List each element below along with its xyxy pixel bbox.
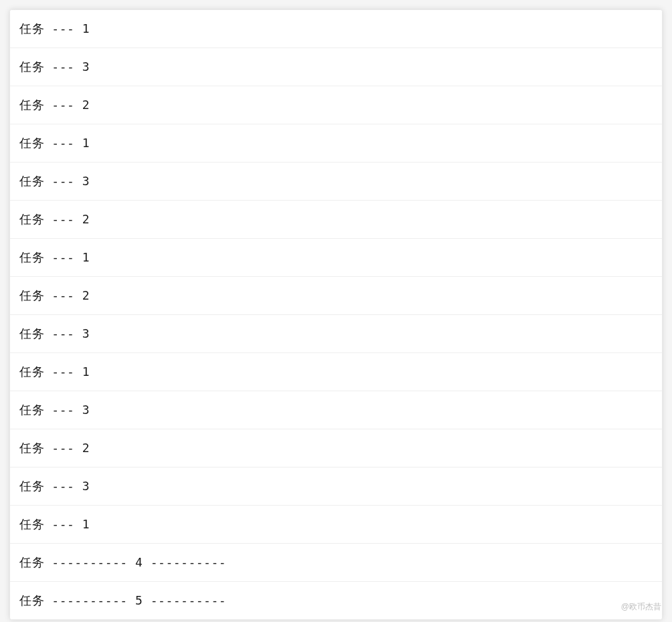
list-item[interactable]: 任务 --- 3 — [10, 468, 662, 506]
list-item[interactable]: 任务 --- 2 — [10, 86, 662, 124]
list-item[interactable]: 任务 --- 2 — [10, 429, 662, 468]
watermark: @欧币杰昔 — [621, 601, 661, 613]
list-item[interactable]: 任务 --- 3 — [10, 315, 662, 353]
list-item[interactable]: 任务 --- 2 — [10, 201, 662, 239]
list-item[interactable]: 任务 --- 3 — [10, 163, 662, 201]
list-item[interactable]: 任务 ---------- 5 ---------- — [10, 582, 662, 619]
list-item[interactable]: 任务 --- 1 — [10, 506, 662, 544]
list-item[interactable]: 任务 --- 1 — [10, 353, 662, 391]
list-item[interactable]: 任务 --- 1 — [10, 239, 662, 277]
list-item[interactable]: 任务 --- 2 — [10, 277, 662, 315]
list-item[interactable]: 任务 --- 3 — [10, 48, 662, 86]
list-item[interactable]: 任务 --- 1 — [10, 124, 662, 163]
list-item[interactable]: 任务 --- 1 — [10, 10, 662, 48]
task-list: 任务 --- 1 任务 --- 3 任务 --- 2 任务 --- 1 任务 -… — [9, 9, 663, 620]
list-item[interactable]: 任务 --- 3 — [10, 391, 662, 429]
list-item[interactable]: 任务 ---------- 4 ---------- — [10, 544, 662, 582]
